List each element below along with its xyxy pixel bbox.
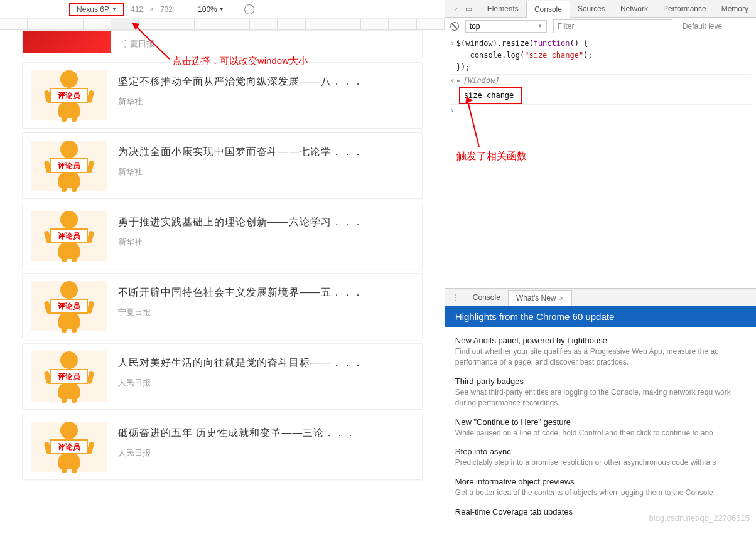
thumbnail: 评论员	[31, 351, 107, 402]
annotation-text-2: 触发了相关函数	[456, 148, 527, 164]
tab-elements[interactable]: Elements	[480, 1, 526, 17]
devtools-drawer: ⋮ Console What's New✕ Highlights from th…	[445, 288, 756, 534]
ruler	[0, 19, 445, 30]
inspect-icon[interactable]: ⟋	[453, 4, 460, 13]
item-title: 勇于推进实践基础上的理论创新——六论学习．．．	[118, 213, 413, 232]
context-selector[interactable]: top	[465, 20, 547, 33]
log-level[interactable]: Default leve	[683, 22, 722, 31]
list-item[interactable]: 评论员 坚定不移推动全面从严治党向纵深发展——八．．．新华社	[22, 62, 423, 129]
tab-performance[interactable]: Performance	[656, 1, 714, 17]
tab-network[interactable]: Network	[613, 1, 656, 17]
list-item[interactable]: 评论员 不断开辟中国特色社会主义发展新境界——五．．．宁夏日报	[22, 273, 423, 339]
thumbnail: 评论员	[31, 70, 107, 120]
whatsnew-item[interactable]: Real-time Coverage tab updates	[455, 507, 746, 516]
thumbnail: 评论员	[31, 422, 107, 472]
list-item[interactable]: 宁夏日报	[22, 30, 423, 58]
close-icon[interactable]: ✕	[559, 295, 564, 302]
whatsnew-banner: Highlights from the Chrome 60 update	[445, 306, 756, 327]
thumbnail: 评论员	[31, 211, 107, 261]
item-source: 人民日报	[118, 447, 413, 459]
thumbnail: 评论员	[31, 141, 107, 191]
list-item[interactable]: 评论员 为决胜全面小康实现中国梦而奋斗——七论学．．．新华社	[22, 132, 423, 199]
item-title: 为决胜全面小康实现中国梦而奋斗——七论学．．．	[118, 143, 413, 161]
zoom-selector[interactable]: 100%	[198, 5, 224, 14]
times-icon: ×	[149, 5, 154, 14]
whatsnew-item[interactable]: Step into asyncPredictably step into a p…	[455, 447, 746, 468]
tab-memory[interactable]: Memory	[714, 1, 756, 17]
tab-sources[interactable]: Sources	[570, 1, 613, 17]
whatsnew-item[interactable]: More informative object previewsGet a be…	[455, 477, 746, 498]
content-list: 宁夏日报 评论员 坚定不移推动全面从严治党向纵深发展——八．．．新华社 评论员 …	[0, 30, 445, 480]
drawer-menu-icon[interactable]: ⋮	[445, 293, 465, 302]
item-source: 宁夏日报	[118, 307, 413, 318]
item-source: 新华社	[118, 166, 413, 178]
drawer-tab-console[interactable]: Console	[465, 290, 508, 305]
devtools-panel: ⟋ ▭ Elements Console Sources Network Per…	[445, 0, 756, 534]
device-mode-icon[interactable]: ▭	[465, 4, 472, 13]
item-source: 人民日报	[118, 377, 413, 388]
devtools-tabs: ⟋ ▭ Elements Console Sources Network Per…	[445, 0, 756, 18]
device-name: Nexus 6P	[77, 5, 109, 14]
list-item[interactable]: 评论员 勇于推进实践基础上的理论创新——六论学习．．．新华社	[22, 203, 423, 269]
console-toolbar: top Filter Default leve	[445, 18, 756, 35]
drawer-tab-whatsnew[interactable]: What's New✕	[508, 290, 572, 306]
item-title: 人民对美好生活的向往就是党的奋斗目标——．．．	[118, 354, 413, 372]
whatsnew-item[interactable]: New "Continue to Here" gestureWhile paus…	[455, 417, 746, 439]
whatsnew-item[interactable]: New Audits panel, powered by LighthouseF…	[455, 336, 746, 368]
tab-console[interactable]: Console	[526, 1, 570, 18]
rotate-icon[interactable]	[242, 3, 256, 16]
item-title: 不断开辟中国特色社会主义发展新境界——五．．．	[118, 284, 413, 302]
item-source: 宁夏日报	[122, 38, 413, 50]
item-title: 坚定不移推动全面从严治党向纵深发展——八．．．	[118, 73, 413, 91]
drawer-tabs: ⋮ Console What's New✕	[445, 289, 756, 306]
clear-console-icon[interactable]	[450, 22, 459, 31]
thumbnail	[23, 31, 111, 53]
whatsnew-body: New Audits panel, powered by LighthouseF…	[445, 327, 756, 534]
device-toolbar: Nexus 6P 412 × 732 100%	[0, 0, 445, 19]
thumbnail: 评论员	[31, 281, 107, 331]
item-source: 新华社	[118, 96, 413, 107]
whatsnew-item[interactable]: Third-party badgesSee what third-party e…	[455, 376, 746, 409]
filter-input[interactable]: Filter	[553, 19, 672, 33]
list-item[interactable]: 评论员 人民对美好生活的向往就是党的奋斗目标——．．．人民日报	[22, 343, 423, 410]
device-selector[interactable]: Nexus 6P	[69, 3, 124, 16]
console-body[interactable]: ›$(window).resize(function() { console.l…	[445, 35, 756, 288]
viewport-width[interactable]: 412	[131, 5, 143, 14]
item-source: 新华社	[118, 237, 413, 248]
device-emulation-panel: Nexus 6P 412 × 732 100% 点击选择，可以改变window大…	[0, 0, 445, 534]
viewport-height[interactable]: 732	[160, 5, 173, 14]
list-item[interactable]: 评论员 砥砺奋进的五年 历史性成就和变革——三论．．．人民日报	[22, 414, 423, 480]
item-title: 砥砺奋进的五年 历史性成就和变革——三论．．．	[118, 424, 413, 442]
console-output-highlight: size change	[459, 87, 522, 104]
